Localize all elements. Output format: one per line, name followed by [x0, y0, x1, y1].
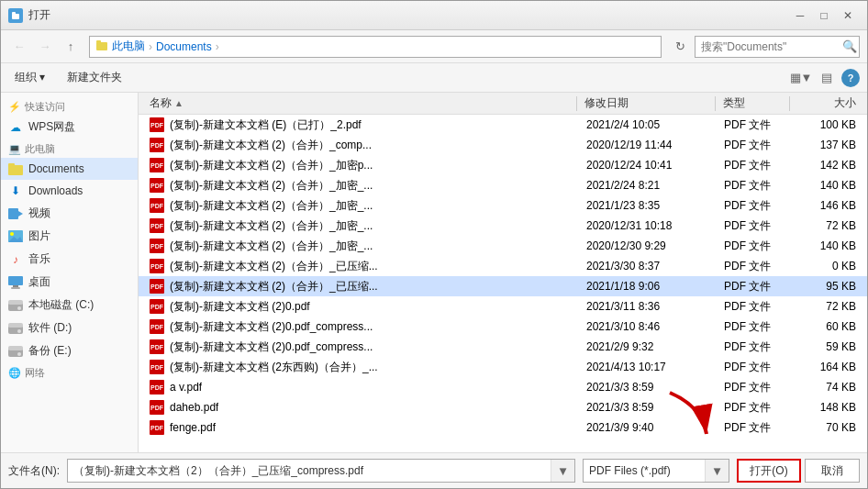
file-size: 60 KB — [790, 320, 863, 333]
sidebar-item-pictures[interactable]: 图片 — [1, 225, 138, 248]
documents-icon — [8, 161, 23, 176]
table-row[interactable]: PDF (复制)-新建文本文档 (2)（合并）_加密_... 2021/1/23… — [139, 195, 867, 216]
minimize-button[interactable]: ─ — [788, 6, 812, 25]
view-button[interactable]: ▦▼ — [790, 67, 812, 89]
table-row[interactable]: PDF (复制)-新建文本文档 (2东西购)（合并）_... 2021/4/13… — [139, 357, 867, 377]
table-row[interactable]: PDF (复制)-新建文本文档 (2)（合并）_已压缩... 2021/3/30… — [139, 256, 867, 276]
file-size: 70 KB — [790, 421, 863, 434]
file-name: (复制)-新建文本文档 (2)0.pdf — [170, 299, 310, 315]
sidebar-item-music[interactable]: ♪ 音乐 — [1, 248, 138, 271]
sidebar-item-disk-e[interactable]: 备份 (E:) — [1, 339, 138, 362]
help-button[interactable]: ? — [841, 69, 860, 87]
sidebar-item-desktop[interactable]: 桌面 — [1, 271, 138, 294]
refresh-button[interactable]: ↻ — [669, 36, 691, 58]
table-row[interactable]: PDF daheb.pdf 2021/3/3 8:59 PDF 文件 148 K… — [139, 397, 867, 417]
panel-button[interactable]: ▤ — [816, 67, 838, 89]
sidebar-item-disk-d[interactable]: 软件 (D:) — [1, 317, 138, 339]
file-date: 2021/3/3 8:59 — [579, 381, 717, 394]
file-list-header: 名称 ▲ 修改日期 类型 大小 — [139, 93, 867, 115]
file-size: 59 KB — [790, 340, 863, 353]
search-input[interactable] — [701, 40, 839, 53]
svg-rect-3 — [96, 40, 101, 43]
table-row[interactable]: PDF (复制)-新建文本文档 (2)（合并）_加密_... 2021/2/24… — [139, 175, 867, 195]
cancel-button[interactable]: 取消 — [805, 459, 860, 483]
pdf-icon: PDF — [150, 299, 164, 314]
sidebar-label-wps: WPS网盘 — [28, 119, 75, 135]
maximize-button[interactable]: □ — [812, 6, 836, 25]
filetype-dropdown-button[interactable]: ▼ — [705, 460, 729, 482]
file-size: 0 KB — [790, 260, 863, 272]
svg-marker-7 — [18, 211, 23, 217]
table-row[interactable]: PDF (复制)-新建文本文档 (2)0.pdf 2021/3/11 8:36 … — [139, 296, 867, 317]
breadcrumb-documents[interactable]: Documents — [156, 40, 212, 53]
sidebar-section-this-pc[interactable]: 💻 此电脑 — [1, 139, 138, 158]
table-row[interactable]: PDF (复制)-新建文本文档 (2)（合并）_加密p... 2020/12/2… — [139, 155, 867, 175]
sidebar-item-downloads[interactable]: ⬇ Downloads — [1, 180, 138, 202]
table-row[interactable]: PDF (复制)-新建文本文档 (2)（合并）_加密_... 2020/12/3… — [139, 216, 867, 236]
svg-rect-11 — [8, 276, 23, 285]
file-date: 2020/12/30 9:29 — [579, 239, 717, 252]
sidebar-label-documents: Documents — [28, 162, 84, 175]
file-name: (复制)-新建文本文档 (2)0.pdf_compress... — [170, 339, 373, 355]
file-size: 74 KB — [790, 381, 863, 394]
table-row[interactable]: PDF (复制)-新建文本文档 (E)（已打）_2.pdf 2021/2/4 1… — [139, 115, 867, 135]
filename-input[interactable] — [68, 464, 551, 477]
file-date: 2020/12/31 10:18 — [579, 219, 717, 232]
new-folder-button[interactable]: 新建文件夹 — [59, 67, 130, 89]
table-row[interactable]: PDF a v.pdf 2021/3/3 8:59 PDF 文件 74 KB — [139, 377, 867, 397]
sidebar-section-network[interactable]: 🌐 网络 — [1, 362, 138, 382]
svg-point-22 — [17, 352, 21, 356]
bottom-bar: 文件名(N): ▼ PDF Files (*.pdf) ▼ 打开(O) 取消 — [1, 452, 867, 488]
nav-toolbar: ← → ↑ 此电脑 › Documents › ↻ 🔍 — [1, 30, 867, 63]
table-row[interactable]: PDF (复制)-新建文本文档 (2)0.pdf_compress... 202… — [139, 337, 867, 357]
svg-rect-13 — [11, 287, 20, 289]
col-header-type[interactable]: 类型 — [716, 95, 789, 111]
file-name: (复制)-新建文本文档 (E)（已打）_2.pdf — [170, 117, 362, 133]
pdf-icon: PDF — [150, 319, 164, 334]
col-header-size[interactable]: 大小 — [790, 95, 863, 111]
col-header-date[interactable]: 修改日期 — [577, 95, 715, 111]
pictures-icon — [8, 229, 23, 244]
file-date: 2020/12/24 10:41 — [579, 159, 717, 172]
breadcrumb[interactable]: 此电脑 › Documents › — [89, 36, 662, 58]
organize-button[interactable]: 组织 ▾ — [8, 67, 51, 89]
file-type: PDF 文件 — [717, 259, 790, 274]
pdf-icon: PDF — [150, 400, 164, 415]
file-type: PDF 文件 — [717, 178, 790, 194]
file-type: PDF 文件 — [717, 158, 790, 173]
pdf-icon: PDF — [150, 117, 164, 132]
table-row[interactable]: PDF fenge.pdf 2021/3/9 9:40 PDF 文件 70 KB — [139, 417, 867, 438]
disk-e-icon — [8, 344, 23, 359]
back-button[interactable]: ← — [8, 36, 30, 58]
open-button[interactable]: 打开(O) — [737, 459, 801, 483]
up-button[interactable]: ↑ — [60, 36, 82, 58]
sidebar-item-wps[interactable]: ☁ WPS网盘 — [1, 116, 138, 139]
sidebar-label-desktop: 桌面 — [28, 274, 50, 290]
filename-dropdown-button[interactable]: ▼ — [551, 460, 574, 482]
file-list-area: 名称 ▲ 修改日期 类型 大小 PDF (复制)-新建文本文档 — [139, 93, 867, 452]
sidebar-section-quick-access[interactable]: ⚡ 快速访问 — [1, 96, 138, 116]
file-name: (复制)-新建文本文档 (2)（合并）_comp... — [170, 138, 372, 153]
sidebar-item-documents[interactable]: Documents — [1, 158, 138, 180]
sidebar-item-disk-c[interactable]: 本地磁盘 (C:) — [1, 294, 138, 317]
sidebar-label-music: 音乐 — [28, 251, 50, 267]
table-row[interactable]: PDF (复制)-新建文本文档 (2)（合并）_加密_... 2020/12/3… — [139, 236, 867, 256]
table-row[interactable]: PDF (复制)-新建文本文档 (2)（合并）_comp... 2020/12/… — [139, 135, 867, 155]
file-size: 100 KB — [790, 118, 863, 131]
file-type: PDF 文件 — [717, 400, 790, 416]
table-row[interactable]: PDF (复制)-新建文本文档 (2)（合并）_已压缩... 2021/1/18… — [139, 276, 867, 296]
file-name: (复制)-新建文本文档 (2)（合并）_加密_... — [170, 178, 373, 194]
svg-rect-15 — [8, 300, 23, 305]
file-date: 2021/3/3 8:59 — [579, 401, 717, 414]
file-date: 2021/1/18 9:06 — [579, 280, 717, 293]
close-button[interactable]: ✕ — [836, 6, 860, 25]
svg-point-16 — [17, 306, 21, 310]
table-row[interactable]: PDF (复制)-新建文本文档 (2)0.pdf_compress... 202… — [139, 317, 867, 337]
sidebar-item-video[interactable]: 视频 — [1, 202, 138, 225]
music-icon: ♪ — [8, 252, 23, 267]
file-type: PDF 文件 — [717, 360, 790, 375]
breadcrumb-this-pc[interactable]: 此电脑 — [112, 39, 145, 54]
col-header-name[interactable]: 名称 ▲ — [142, 95, 576, 111]
forward-button[interactable]: → — [34, 36, 56, 58]
file-date: 2021/3/11 8:36 — [579, 300, 717, 313]
